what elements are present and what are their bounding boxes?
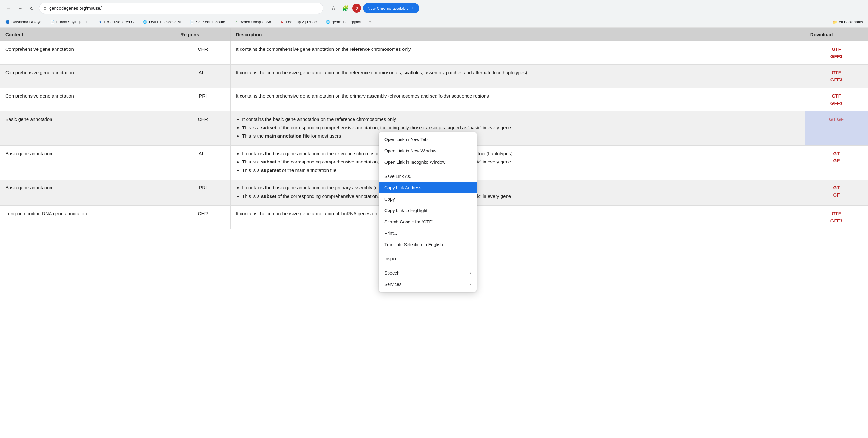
gff3-link[interactable]: GFF3 [810, 217, 863, 225]
bookmark-geombar-label: geom_bar. ggplot... [332, 20, 364, 24]
context-translate[interactable]: Translate Selection to English [379, 239, 476, 250]
lock-icon: ⊙ [43, 6, 47, 11]
bookmark-when-unequal-label: When Unequal Sa... [240, 20, 274, 24]
cell-description: It contains the comprehensive gene annot… [231, 65, 805, 88]
cell-regions: CHR [175, 206, 230, 229]
reload-button[interactable]: ↻ [27, 3, 37, 13]
gtf-link[interactable]: GT [810, 150, 863, 157]
cell-content: Comprehensive gene annotation [0, 65, 176, 88]
cell-description: It contains the basic gene annotation on… [231, 146, 805, 180]
gtf-link[interactable]: GTF [810, 69, 863, 76]
context-open-new-window[interactable]: Open Link in New Window [379, 145, 476, 157]
context-speech[interactable]: Speech › [379, 267, 476, 279]
cell-description: It contains the comprehensive gene annot… [231, 41, 805, 65]
bookmark-dmle-icon: 🌐 [143, 20, 148, 25]
gff3-link[interactable]: GFF3 [810, 53, 863, 60]
new-chrome-label: New Chrome available [367, 6, 409, 11]
bookmark-biocyc-icon: 🔵 [5, 20, 10, 25]
context-divider-1 [379, 169, 476, 169]
back-button[interactable]: ← [4, 3, 14, 13]
col-header-download: Download [805, 28, 868, 41]
cell-content: Basic gene annotation [0, 180, 176, 206]
bookmark-softsearch-label: SoftSearch-sourc... [196, 20, 228, 24]
bookmark-rsquared-icon: R [97, 20, 102, 25]
cell-download: GTF GFF3 [805, 65, 868, 88]
toolbar-right: ☆ 🧩 J New Chrome available ⋮ [328, 3, 419, 13]
context-inspect[interactable]: Inspect [379, 253, 476, 264]
bookmarks-more-button[interactable]: » [367, 18, 373, 26]
page-content: Content Regions Description Download Com… [0, 28, 868, 229]
star-button[interactable]: ☆ [328, 3, 338, 13]
forward-button[interactable]: → [15, 3, 25, 13]
address-bar[interactable]: ⊙ [39, 2, 323, 14]
gff3-partial: GF [837, 117, 844, 122]
bookmark-when-unequal[interactable]: ✓ When Unequal Sa... [231, 18, 277, 26]
col-header-regions: Regions [175, 28, 230, 41]
gff3-link[interactable]: GFF3 [810, 100, 863, 107]
cell-download: GTF GFF3 [805, 41, 868, 65]
new-chrome-button[interactable]: New Chrome available ⋮ [363, 3, 419, 13]
cell-description: It contains the comprehensive gene annot… [231, 206, 805, 229]
bookmark-softsearch[interactable]: 📄 SoftSearch-sourc... [187, 18, 231, 26]
context-menu: Open Link in New Tab Open Link in New Wi… [379, 132, 476, 292]
bookmark-geombar-icon: 🌐 [326, 20, 331, 25]
bookmark-dmle[interactable]: 🌐 DMLE+ Disease M... [140, 18, 186, 26]
speech-submenu-arrow: › [470, 271, 471, 275]
extensions-button[interactable]: 🧩 [340, 3, 350, 13]
gtf-link[interactable]: GTF [810, 210, 863, 217]
cell-regions: PRI [175, 88, 230, 112]
cell-regions: CHR [175, 41, 230, 65]
all-bookmarks-button[interactable]: 📁 All Bookmarks [830, 19, 866, 26]
bookmark-rsquared[interactable]: R 1.8 - R-squared C... [95, 18, 140, 26]
table-row: Comprehensive gene annotation ALL It con… [0, 65, 868, 88]
context-print[interactable]: Print... [379, 227, 476, 239]
cell-description: It contains the comprehensive gene annot… [231, 88, 805, 112]
bookmark-biocyc[interactable]: 🔵 Download BioCyc... [2, 18, 47, 26]
bookmark-rsquared-label: 1.8 - R-squared C... [104, 20, 137, 24]
bookmark-geombar[interactable]: 🌐 geom_bar. ggplot... [323, 18, 367, 26]
gff3-link[interactable]: GF [810, 192, 863, 199]
bookmark-heatmap[interactable]: R heatmap.2 | RDoc... [277, 18, 322, 26]
context-copy-link-highlight[interactable]: Copy Link to Highlight [379, 205, 476, 216]
browser-chrome: ← → ↻ ⊙ ☆ 🧩 J New Chrome available ⋮ 🔵 D… [0, 0, 868, 28]
context-search-google[interactable]: Search Google for “GTF” [379, 216, 476, 227]
bookmark-heatmap-label: heatmap.2 | RDoc... [286, 20, 320, 24]
bookmark-when-unequal-icon: ✓ [234, 20, 239, 25]
cell-regions: ALL [175, 146, 230, 180]
context-open-new-tab[interactable]: Open Link in New Tab [379, 134, 476, 145]
gtf-link[interactable]: GTF [810, 46, 863, 53]
gff3-link[interactable]: GFF3 [810, 76, 863, 84]
context-divider-2 [379, 251, 476, 252]
services-submenu-arrow: › [470, 282, 471, 286]
bookmarks-bar: 🔵 Download BioCyc... 📄 Funny Sayings | s… [0, 17, 868, 28]
cell-download: GTF GFF3 [805, 206, 868, 229]
context-save-link[interactable]: Save Link As... [379, 171, 476, 182]
cell-download: GT GF [805, 180, 868, 206]
url-input[interactable] [49, 6, 319, 11]
context-services[interactable]: Services › [379, 279, 476, 290]
gtf-link[interactable]: GTF [810, 92, 863, 100]
bookmark-funny-label: Funny Sayings | sh... [57, 20, 92, 24]
bookmark-biocyc-label: Download BioCyc... [11, 20, 44, 24]
bookmark-dmle-label: DMLE+ Disease M... [149, 20, 184, 24]
context-copy-link-address[interactable]: Copy Link Address [379, 182, 476, 193]
gtf-partial: GT [829, 117, 836, 122]
table-header-row: Content Regions Description Download [0, 28, 868, 41]
bookmark-softsearch-icon: 📄 [189, 20, 194, 25]
cell-regions: ALL [175, 65, 230, 88]
gff3-link[interactable]: GF [810, 157, 863, 164]
nav-buttons: ← → ↻ [4, 3, 37, 13]
cell-description: It contains the basic gene annotation on… [231, 112, 805, 146]
cell-regions: PRI [175, 180, 230, 206]
profile-button[interactable]: J [352, 4, 361, 12]
cell-content: Basic gene annotation [0, 112, 176, 146]
context-copy[interactable]: Copy [379, 193, 476, 205]
cell-content: Basic gene annotation [0, 146, 176, 180]
col-header-content: Content [0, 28, 176, 41]
cell-regions: CHR [175, 112, 230, 146]
gtf-link[interactable]: GT [810, 184, 863, 192]
table-row: Comprehensive gene annotation CHR It con… [0, 41, 868, 65]
new-chrome-more-icon: ⋮ [411, 6, 415, 11]
bookmark-funny[interactable]: 📄 Funny Sayings | sh... [48, 18, 94, 26]
context-open-incognito[interactable]: Open Link in Incognito Window [379, 157, 476, 168]
